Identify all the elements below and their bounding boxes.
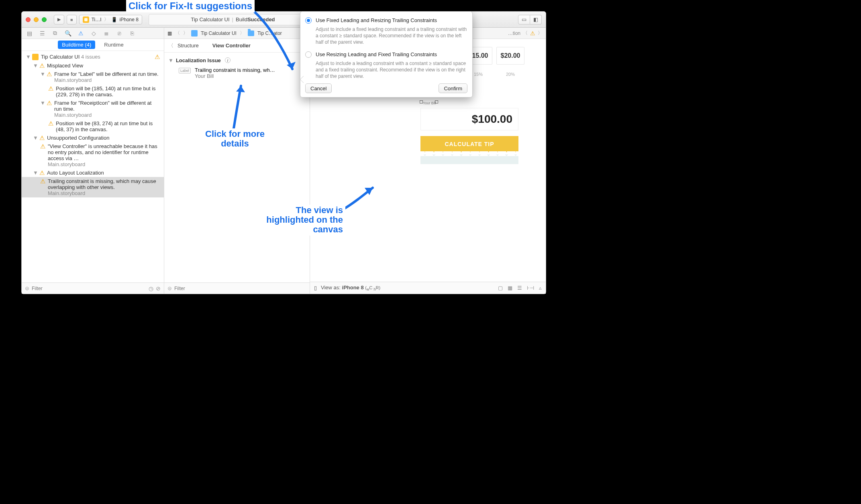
debug-nav-icon[interactable]: ≣ — [103, 30, 110, 37]
tip-pct-3: 20% — [496, 72, 524, 77]
info-icon[interactable]: i — [225, 57, 231, 63]
minimize-window-button[interactable] — [34, 17, 39, 22]
fixit-option-2[interactable]: Use Resizing Leading and Fixed Trailing … — [305, 50, 467, 59]
align-icon[interactable]: ☰ — [517, 285, 522, 291]
issue-tree[interactable]: ▼ Tip Calculator UI 4 issues ⚠ ▼⚠ Mispla… — [22, 51, 164, 282]
project-icon — [32, 54, 39, 60]
project-row[interactable]: ▼ Tip Calculator UI 4 issues ⚠ — [22, 53, 164, 61]
navigator-selector[interactable]: ▤ ☰ ⧉ 🔍 ⚠ ◇ ≣ ⎚ ⎘ — [22, 28, 164, 39]
test-nav-icon[interactable]: ◇ — [90, 30, 97, 37]
detail-filter-bar: ⊜ — [164, 282, 310, 294]
issue-subitem[interactable]: ⚠ Position will be (185, 140) at run tim… — [22, 84, 164, 99]
issue-item[interactable]: ▼⚠ Frame for "ReceiptIcon" will be diffe… — [22, 99, 164, 119]
device-bar-icon[interactable]: ▯ — [314, 285, 317, 291]
crumb-file[interactable]: Tip Calculator UI — [201, 30, 237, 36]
filter-input[interactable] — [174, 286, 306, 291]
option-2-desc: Adjust to include a leading constraint w… — [316, 60, 467, 80]
status-text-left: Tip Calculator UI — [191, 16, 229, 22]
annotation-details: Click for more details — [197, 128, 273, 149]
runtime-tab[interactable]: Runtime — [100, 41, 127, 49]
storyboard-file-icon — [191, 30, 198, 37]
issue-nav-icon[interactable]: ⚠ — [77, 30, 84, 37]
cancel-button[interactable]: Cancel — [305, 83, 332, 93]
standard-editor-button[interactable]: ▭ — [518, 15, 530, 24]
assistant-editor-button[interactable]: ◧ — [530, 15, 542, 24]
arrow-icon — [225, 80, 257, 132]
your-bill-label[interactable]: Your Bill — [423, 101, 436, 105]
issue-group[interactable]: ▼⚠ Misplaced View — [22, 61, 164, 70]
symbol-nav-icon[interactable]: ⧉ — [51, 30, 59, 37]
radio-icon[interactable] — [305, 51, 312, 58]
embed-icon[interactable]: ▦ — [508, 285, 512, 291]
navigator-filter-bar: ⊜ ◷⊘ — [22, 282, 164, 294]
option-title: Use Resizing Leading and Fixed Trailing … — [316, 51, 437, 58]
bill-amount-field[interactable]: $100.00 — [420, 108, 518, 130]
recent-icon[interactable]: ◷ — [149, 285, 153, 292]
issue-navigator: Buildtime (4) Runtime ▼ Tip Calculator U… — [22, 39, 164, 294]
nav-back-icon[interactable]: 〈 — [175, 30, 180, 37]
run-button[interactable] — [54, 15, 64, 24]
svg-marker-0 — [287, 62, 296, 69]
source-ctrl-nav-icon[interactable]: ☰ — [39, 30, 46, 37]
section-title: Localization Issue — [176, 57, 221, 63]
issue-group[interactable]: ▼⚠ Unsupported Configuration — [22, 134, 164, 142]
issue-detail-pane: 〈 Structure View Controller ▼ Localizati… — [164, 39, 310, 294]
device-icon: 📱 — [111, 17, 117, 22]
issue-subitem[interactable]: ⚠ Position will be (83, 274) at run time… — [22, 119, 164, 134]
annotation-highlight: The view is highlighted on the canvas — [261, 205, 345, 236]
back-chevron-icon[interactable]: 〈 — [168, 42, 173, 49]
tip-option-3[interactable]: $20.00 — [496, 47, 524, 65]
element-type-tag: Label — [179, 68, 191, 73]
find-nav-icon[interactable]: 🔍 — [64, 30, 71, 37]
nav-fwd2-icon[interactable]: 〉 — [538, 30, 543, 37]
receipt-edge — [420, 154, 518, 164]
warning-icon: ⚠ — [155, 54, 160, 60]
fixit-popover: Use Fixed Leading and Resizing Trailing … — [300, 11, 473, 98]
confirm-button[interactable]: Confirm — [439, 83, 467, 93]
issue-item[interactable]: ▼⚠ Frame for "Label" will be different a… — [22, 70, 164, 84]
arrow-icon — [245, 9, 305, 77]
view-as-label[interactable]: View as: iPhone 8 (wC hR) — [321, 285, 380, 291]
annotation-fixit: Click for Fix-It suggestions — [126, 0, 255, 12]
scheme-selector[interactable]: Ti…I 〉 📱 iPhone 8 — [79, 15, 142, 24]
issue-item[interactable]: ⚠ "View Controller" is unreachable becau… — [22, 142, 164, 169]
related-items-icon[interactable]: ▦ — [167, 30, 172, 36]
nav-back2-icon[interactable]: 〈 — [523, 30, 528, 37]
app-icon — [83, 16, 89, 23]
canvas-footer: ▯ View as: iPhone 8 (wC hR) ▢ ▦ ☰ ⊦⊣ ▵ — [310, 282, 546, 294]
filter-input[interactable] — [32, 286, 146, 291]
nav-fwd-icon[interactable]: 〉 — [183, 30, 188, 37]
fixit-option-1[interactable]: Use Fixed Leading and Resizing Trailing … — [305, 16, 467, 25]
pin-icon[interactable]: ⊦⊣ — [527, 285, 534, 291]
stop-button[interactable] — [67, 15, 77, 24]
crumb-right-text: …tion — [508, 30, 520, 36]
radio-icon[interactable] — [305, 17, 312, 24]
issue-scope-tabs[interactable]: Buildtime (4) Runtime — [22, 39, 164, 51]
jump-bar-right: …tion 〈 ⚠ 〉 — [508, 30, 543, 37]
editor-layout-segmented[interactable]: ▭ ◧ — [518, 15, 542, 24]
errors-only-icon[interactable]: ⊘ — [156, 285, 161, 292]
chevron-right-icon: 〉 — [104, 16, 109, 23]
issue-group[interactable]: ▼⚠ Auto Layout Localization — [22, 169, 164, 177]
option-title: Use Fixed Leading and Resizing Trailing … — [316, 17, 437, 24]
arrow-icon — [341, 184, 381, 216]
buildtime-tab[interactable]: Buildtime (4) — [58, 41, 95, 49]
report-nav-icon[interactable]: ⎘ — [129, 30, 136, 37]
project-nav-icon[interactable]: ▤ — [26, 30, 33, 37]
close-window-button[interactable] — [26, 17, 31, 22]
filter-icon[interactable]: ⊜ — [167, 285, 172, 291]
scheme-app-label: Ti…I — [92, 17, 102, 22]
calculate-tip-button[interactable]: CALCULATE TIP — [420, 136, 518, 152]
option-1-desc: Adjust to include a fixed leading constr… — [316, 26, 467, 46]
warning-icon[interactable]: ⚠ — [530, 30, 535, 37]
issue-item-selected[interactable]: ⚠ Trailing constraint is missing, which … — [22, 177, 164, 197]
breakpoint-nav-icon[interactable]: ⎚ — [116, 30, 123, 37]
zoom-fit-icon[interactable]: ▢ — [498, 285, 503, 291]
zoom-window-button[interactable] — [42, 17, 47, 22]
resolve-icon[interactable]: ▵ — [539, 285, 542, 291]
structure-label[interactable]: Structure — [178, 43, 199, 49]
window-controls — [26, 17, 47, 22]
filter-icon[interactable]: ⊜ — [25, 285, 29, 291]
scheme-device-label: iPhone 8 — [120, 17, 139, 22]
svg-marker-1 — [236, 86, 245, 92]
